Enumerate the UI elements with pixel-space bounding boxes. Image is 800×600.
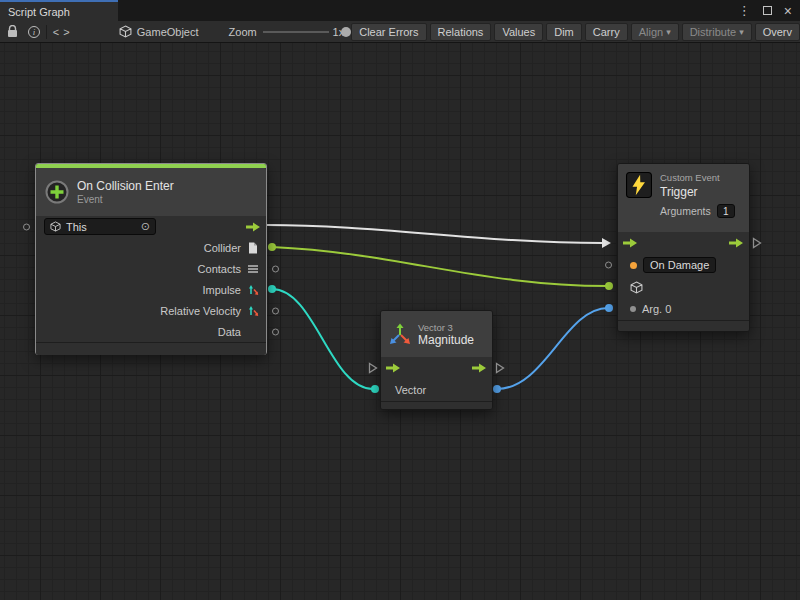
arguments-label: Arguments	[660, 205, 711, 217]
node-footer	[381, 401, 492, 409]
cube-icon	[50, 221, 61, 232]
port-row-collider[interactable]: Collider	[36, 237, 266, 258]
node-body: Vector	[381, 357, 492, 401]
vector3-icon	[389, 323, 411, 345]
list-icon	[246, 264, 259, 274]
chevron-down-icon: ▾	[666, 27, 671, 37]
align-button[interactable]: Align▾	[631, 23, 679, 41]
node-magnitude[interactable]: Vector 3 Magnitude	[380, 310, 493, 410]
gameobject-icon	[119, 25, 132, 38]
arg0-label: Arg. 0	[642, 303, 671, 315]
flow-in-port[interactable]	[623, 234, 638, 252]
wire-flow-arrowhead	[602, 238, 611, 248]
graph-toolbar: i < > GameObject Zoom 1x Clear Errors Re…	[0, 21, 800, 43]
event-name-port[interactable]	[605, 262, 612, 269]
carry-button[interactable]: Carry	[585, 23, 628, 41]
arguments-count-field[interactable]: 1	[717, 204, 735, 218]
maximize-icon[interactable]	[763, 6, 772, 15]
node-on-collision-enter[interactable]: On Collision Enter Event This ⊙	[35, 163, 267, 355]
tab-script-graph[interactable]: Script Graph	[0, 0, 118, 21]
relations-button[interactable]: Relations	[430, 23, 492, 41]
node-body: This ⊙ Collider Contacts	[36, 216, 266, 342]
target-row: This ⊙	[36, 216, 266, 237]
clear-errors-button[interactable]: Clear Errors	[351, 23, 426, 41]
node-header[interactable]: Vector 3 Magnitude	[381, 311, 492, 357]
vector3-mini-icon	[246, 284, 259, 296]
node-type-label: Vector 3	[418, 322, 474, 333]
node-title: Trigger	[660, 185, 741, 199]
flow-row	[618, 232, 749, 254]
event-icon	[44, 179, 70, 205]
info-icon[interactable]: i	[28, 26, 40, 38]
wire-magnitude[interactable]	[497, 308, 608, 389]
gameobject-label: GameObject	[137, 26, 199, 38]
close-icon[interactable]: ×	[784, 4, 792, 18]
document-icon	[246, 242, 259, 254]
flow-out-port[interactable]	[472, 359, 487, 377]
contacts-port[interactable]	[272, 265, 279, 272]
node-subtitle: Event	[77, 194, 174, 205]
dim-button[interactable]: Dim	[546, 23, 582, 41]
port-row-data[interactable]: Data	[36, 321, 266, 342]
flow-out-port-unconnected[interactable]	[495, 362, 505, 374]
arg0-row[interactable]: Arg. 0	[618, 298, 749, 320]
lightning-icon	[626, 172, 652, 198]
node-header[interactable]: Custom Event Trigger Arguments 1	[618, 164, 749, 232]
target-port[interactable]	[23, 223, 30, 230]
port-dot-collider[interactable]	[268, 243, 276, 251]
values-button[interactable]: Values	[494, 23, 543, 41]
vector3-mini-icon	[246, 305, 259, 317]
port-row-impulse[interactable]: Impulse	[36, 279, 266, 300]
graph-canvas[interactable]: On Collision Enter Event This ⊙	[0, 43, 800, 600]
port-row-contacts[interactable]: Contacts	[36, 258, 266, 279]
event-name-row[interactable]: On Damage	[618, 254, 749, 276]
event-name-field[interactable]: On Damage	[643, 257, 716, 273]
port-row-relative-velocity[interactable]: Relative Velocity	[36, 300, 266, 321]
port-dot-arg0[interactable]	[605, 304, 613, 312]
distribute-button[interactable]: Distribute▾	[682, 23, 752, 41]
target-picker-icon[interactable]: ⊙	[141, 220, 150, 233]
node-footer	[36, 342, 266, 355]
window-controls: ⋮ ×	[738, 0, 800, 21]
port-dot-vector-in[interactable]	[371, 385, 379, 393]
node-title: Magnitude	[418, 333, 474, 347]
toolbar-separator	[46, 25, 47, 39]
lock-icon[interactable]	[7, 25, 18, 38]
wire-flow[interactable]	[267, 225, 603, 243]
tab-bar: Script Graph ⋮ ×	[0, 0, 800, 21]
data-port[interactable]	[272, 328, 279, 335]
overview-button[interactable]: Overv	[755, 23, 800, 41]
zoom-label: Zoom	[229, 26, 257, 38]
node-title: On Collision Enter	[77, 179, 174, 193]
node-footer	[618, 320, 749, 331]
node-body: On Damage Arg. 0	[618, 232, 749, 320]
relative-velocity-port[interactable]	[272, 307, 279, 314]
target-value: This	[66, 221, 87, 233]
flow-row	[381, 357, 492, 379]
flow-out-port[interactable]	[729, 234, 744, 252]
target-row[interactable]	[618, 276, 749, 298]
unity-visual-scripting-window: Script Graph ⋮ × i < > GameObject Zoom 1…	[0, 0, 800, 600]
cube-icon	[630, 281, 643, 294]
code-icon[interactable]: < >	[53, 26, 71, 38]
port-dot-magnitude-out[interactable]	[493, 385, 501, 393]
this-dropdown[interactable]: This ⊙	[44, 218, 156, 235]
node-header[interactable]: On Collision Enter Event	[36, 168, 266, 216]
wire-collider[interactable]	[272, 247, 608, 286]
port-dot-target[interactable]	[605, 282, 613, 290]
wire-impulse[interactable]	[272, 289, 373, 389]
flow-out-port[interactable]	[246, 218, 261, 236]
vector-input-row[interactable]: Vector	[381, 379, 492, 401]
port-dot-impulse[interactable]	[268, 285, 276, 293]
node-type-label: Custom Event	[660, 172, 741, 183]
window-menu-icon[interactable]: ⋮	[738, 4, 751, 17]
flow-out-port-unconnected[interactable]	[752, 237, 762, 249]
node-trigger-custom-event[interactable]: Custom Event Trigger Arguments 1	[617, 163, 750, 332]
zoom-slider-knob[interactable]	[341, 27, 351, 37]
flow-in-port[interactable]	[386, 359, 401, 377]
string-port-dot	[630, 262, 637, 269]
flow-in-port-unconnected[interactable]	[368, 362, 378, 374]
chevron-down-icon: ▾	[739, 27, 744, 37]
zoom-slider[interactable]	[263, 26, 329, 38]
arg-port-dot	[630, 306, 636, 312]
